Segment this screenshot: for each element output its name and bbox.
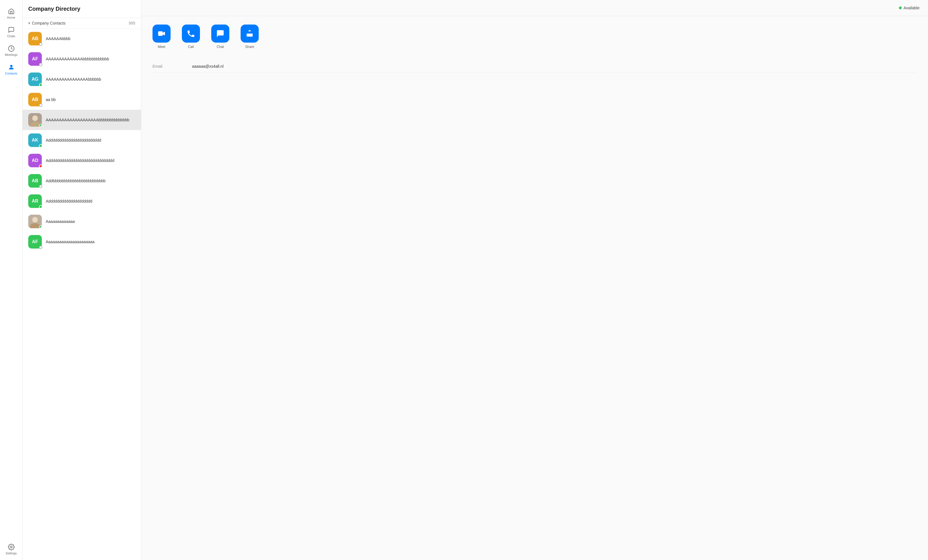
action-buttons: Meet Call Chat bbox=[141, 16, 928, 57]
sidebar-item-home[interactable]: Home bbox=[2, 6, 21, 21]
sidebar-item-home-label: Home bbox=[7, 16, 15, 19]
email-label: Email bbox=[153, 64, 186, 68]
avatar: AD bbox=[28, 154, 42, 167]
contact-item[interactable]: AAAAAAAAAAAAAAAAAAAAbbbbbbbbbbbbbb bbox=[23, 110, 141, 130]
contact-item[interactable]: AK Adddddddddddddddddddddddd bbox=[23, 130, 141, 151]
call-button[interactable]: Call bbox=[182, 24, 200, 49]
directory-section[interactable]: ▾ Company Contacts 995 bbox=[23, 18, 141, 29]
sidebar-item-meetings-label: Meetings bbox=[5, 53, 17, 56]
contact-name: Aaaaaaaaaaaaa bbox=[46, 219, 75, 224]
svg-point-2 bbox=[11, 546, 12, 548]
call-label: Call bbox=[188, 45, 194, 49]
section-count: 995 bbox=[129, 21, 135, 25]
section-label: Company Contacts bbox=[32, 21, 66, 25]
sidebar-item-meetings[interactable]: Meetings bbox=[2, 43, 21, 59]
avatar: AF bbox=[28, 52, 42, 66]
avatar bbox=[28, 113, 42, 127]
directory-title: Company Directory bbox=[28, 6, 135, 12]
contact-name: AAAAAAAAAAAAAAAAbbbbbb bbox=[46, 77, 101, 82]
svg-point-7 bbox=[32, 217, 38, 222]
avatar: AR bbox=[28, 194, 42, 208]
avatar bbox=[28, 215, 42, 228]
status-dot bbox=[39, 103, 42, 107]
contact-name: aa bb bbox=[46, 97, 56, 102]
meetings-icon bbox=[8, 45, 15, 52]
directory-panel: Company Directory ▾ Company Contacts 995… bbox=[23, 0, 141, 560]
svg-point-4 bbox=[32, 116, 38, 121]
contact-name: Adddddddddddddddddddddddd bbox=[46, 138, 101, 143]
call-icon bbox=[186, 29, 195, 38]
contact-item[interactable]: AB AAAAAAbbbb bbox=[23, 29, 141, 49]
avatar-initials: AB bbox=[32, 36, 38, 41]
avatar: AK bbox=[28, 134, 42, 147]
avatar: AB bbox=[28, 174, 42, 187]
avatar-initials: AG bbox=[32, 77, 38, 82]
status-dot bbox=[39, 124, 42, 127]
contact-item[interactable]: Aaaaaaaaaaaaa bbox=[23, 211, 141, 231]
contact-item[interactable]: AR Adddddddddddddddddddd bbox=[23, 191, 141, 211]
sidebar-item-chats[interactable]: Chats bbox=[2, 24, 21, 40]
sidebar-item-settings[interactable]: Settings bbox=[2, 542, 21, 557]
chat-button[interactable]: Chat bbox=[211, 24, 229, 49]
status-dot bbox=[39, 225, 42, 228]
chat-label: Chat bbox=[217, 45, 224, 49]
detail-info: Email aaaaaa@xs4all.nl bbox=[141, 57, 928, 76]
avatar: AF bbox=[28, 235, 42, 248]
avatar-initials: AB bbox=[32, 97, 38, 102]
sidebar-item-contacts[interactable]: Contacts bbox=[2, 61, 21, 77]
home-icon bbox=[8, 8, 15, 15]
main-content: Company Directory ▾ Company Contacts 995… bbox=[23, 0, 928, 560]
contact-item[interactable]: AF AAAAAAAAAAAAAAbbbbbbbbbbbb bbox=[23, 49, 141, 69]
status-dot bbox=[39, 63, 42, 66]
status-dot bbox=[39, 144, 42, 148]
meet-icon bbox=[157, 29, 166, 38]
share-icon bbox=[245, 29, 254, 38]
share-button[interactable]: Share bbox=[241, 24, 259, 49]
status-dot bbox=[39, 164, 42, 168]
availability-status: Available bbox=[899, 6, 920, 10]
contact-item[interactable]: AB Addbbbbbbbbbbbbbbbbbbbbbbbb bbox=[23, 171, 141, 191]
meet-label: Meet bbox=[158, 45, 165, 49]
avatar: AG bbox=[28, 73, 42, 86]
available-dot bbox=[899, 6, 902, 9]
contact-item[interactable]: AF Aaaaaaaaaaaaaaaaaaaaaa bbox=[23, 231, 141, 252]
contact-item[interactable]: AD Adddddddddddddddddddddddddddddd bbox=[23, 151, 141, 171]
email-row: Email aaaaaa@xs4all.nl bbox=[153, 60, 917, 73]
detail-header: Available bbox=[141, 0, 928, 16]
avatar-initials: AB bbox=[32, 178, 38, 183]
chats-icon bbox=[8, 26, 15, 33]
contact-name: AAAAAAbbbb bbox=[46, 37, 70, 41]
contact-item[interactable]: AG AAAAAAAAAAAAAAAAbbbbbb bbox=[23, 69, 141, 90]
contact-name: Adddddddddddddddddddddddddddddd bbox=[46, 158, 114, 163]
status-dot bbox=[39, 83, 42, 87]
contacts-icon bbox=[8, 64, 15, 70]
contact-name: AAAAAAAAAAAAAAbbbbbbbbbbbb bbox=[46, 57, 109, 61]
svg-point-1 bbox=[10, 65, 12, 67]
directory-header: Company Directory bbox=[23, 0, 141, 18]
email-value: aaaaaa@xs4all.nl bbox=[192, 64, 224, 68]
avatar: AB bbox=[28, 93, 42, 107]
meet-button-icon bbox=[153, 24, 171, 43]
avatar: AB bbox=[28, 32, 42, 46]
status-dot bbox=[39, 205, 42, 208]
chat-icon bbox=[216, 29, 225, 38]
status-dot bbox=[39, 43, 42, 46]
sidebar-item-contacts-label: Contacts bbox=[5, 72, 17, 75]
avatar-initials: AR bbox=[32, 199, 38, 204]
sidebar-item-settings-label: Settings bbox=[6, 552, 17, 555]
settings-icon bbox=[8, 544, 15, 551]
avatar-initials: AK bbox=[32, 138, 38, 143]
chevron-down-icon: ▾ bbox=[28, 21, 30, 25]
contact-name: Addbbbbbbbbbbbbbbbbbbbbbbbb bbox=[46, 179, 105, 183]
call-button-icon bbox=[182, 24, 200, 43]
detail-panel: Available Meet Cal bbox=[141, 0, 928, 560]
avatar-initials: AF bbox=[32, 239, 38, 244]
chat-button-icon bbox=[211, 24, 229, 43]
contact-item[interactable]: AB aa bb bbox=[23, 90, 141, 110]
directory-section-left: ▾ Company Contacts bbox=[28, 21, 66, 25]
status-dot bbox=[39, 185, 42, 188]
meet-button[interactable]: Meet bbox=[153, 24, 171, 49]
avatar-initials: AF bbox=[32, 56, 38, 61]
contact-name: Adddddddddddddddddddd bbox=[46, 199, 92, 203]
status-dot bbox=[39, 246, 42, 249]
